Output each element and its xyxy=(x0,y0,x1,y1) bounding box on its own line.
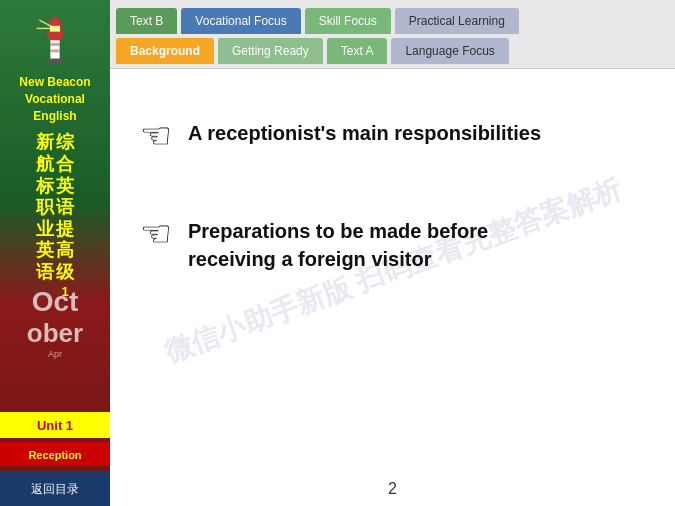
sidebar-chinese-block: 新 航 标 职 业 英 语 综 合 英 语 提 高 级 1 xyxy=(35,132,75,299)
content-area: 微信小助手新版 扫码查看完整答案解析 ☞ A receptionist's ma… xyxy=(110,69,675,472)
svg-rect-0 xyxy=(50,38,59,58)
tab-background[interactable]: Background xyxy=(116,38,214,64)
pointing-hand-icon-2: ☞ xyxy=(140,213,172,255)
month-oct: Oct xyxy=(2,286,108,318)
content-text-2: Preparations to be made before receiving… xyxy=(188,217,568,273)
svg-marker-5 xyxy=(49,15,62,22)
main-content: Text B Vocational Focus Skill Focus Prac… xyxy=(110,0,675,506)
sidebar-logo xyxy=(25,8,85,68)
month-ober: ober xyxy=(2,318,108,349)
tab-getting-ready[interactable]: Getting Ready xyxy=(218,38,323,64)
calendar-days: Apr xyxy=(2,349,108,359)
svg-rect-8 xyxy=(46,58,64,63)
sidebar-month-area: Oct ober Apr xyxy=(0,284,110,361)
svg-rect-9 xyxy=(50,43,59,46)
nav-row-2: Background Getting Ready Text A Language… xyxy=(110,34,675,68)
tab-language-focus[interactable]: Language Focus xyxy=(391,38,508,64)
sidebar-unit: Unit 1 xyxy=(0,412,110,438)
tab-vocational-focus[interactable]: Vocational Focus xyxy=(181,8,300,34)
back-button[interactable]: 返回目录 xyxy=(0,471,110,506)
content-item-1: ☞ A receptionist's main responsibilities xyxy=(140,119,645,157)
sidebar-title: New Beacon Vocational English xyxy=(15,72,94,126)
svg-rect-10 xyxy=(50,49,59,52)
nav-row-1: Text B Vocational Focus Skill Focus Prac… xyxy=(110,0,675,34)
content-item-2: ☞ Preparations to be made before receivi… xyxy=(140,217,645,273)
sidebar-reception: Reception xyxy=(0,442,110,466)
content-text-1: A receptionist's main responsibilities xyxy=(188,119,541,147)
tab-skill-focus[interactable]: Skill Focus xyxy=(305,8,391,34)
tab-text-a[interactable]: Text A xyxy=(327,38,388,64)
top-nav: Text B Vocational Focus Skill Focus Prac… xyxy=(110,0,675,69)
sidebar-col-left: 新 航 标 职 业 英 语 xyxy=(36,132,54,299)
tab-practical-learning[interactable]: Practical Learning xyxy=(395,8,519,34)
sidebar-col-right: 综 合 英 语 提 高 级 1 xyxy=(56,132,74,299)
pointing-hand-icon-1: ☞ xyxy=(140,115,172,157)
page-number: 2 xyxy=(110,472,675,506)
svg-rect-1 xyxy=(49,33,62,39)
sidebar: New Beacon Vocational English 新 航 标 职 业 … xyxy=(0,0,110,506)
tab-text-b[interactable]: Text B xyxy=(116,8,177,34)
